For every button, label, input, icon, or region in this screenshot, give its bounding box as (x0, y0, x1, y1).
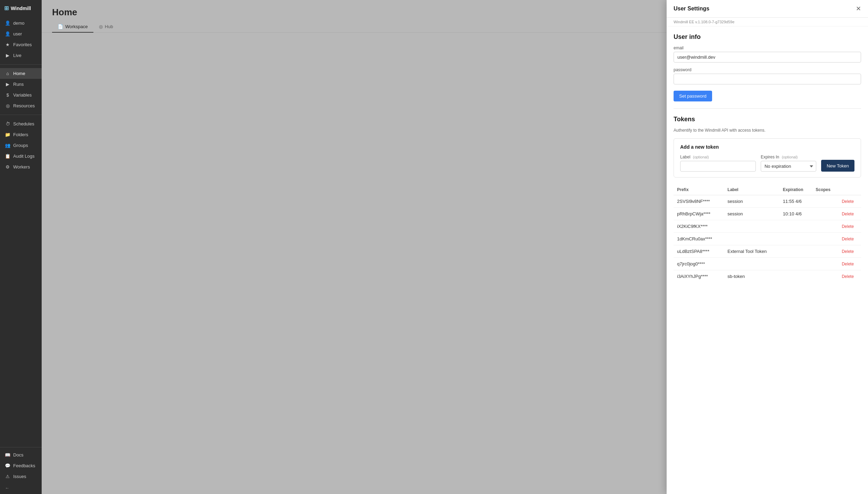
token-label (724, 220, 779, 233)
tokens-table: Prefix Label Expiration Scopes 2SVSl9v8N… (674, 184, 861, 282)
sidebar-user-section: 👤 demo 👤 user ★ Favorites ▶ Live (0, 16, 42, 62)
token-delete-button[interactable]: Delete (842, 237, 854, 241)
token-delete-cell: Delete (838, 258, 861, 270)
token-label-optional: (optional) (693, 155, 709, 159)
sidebar-nav-section: ⌂ Home ▶ Runs $ Variables ◎ Resources (0, 67, 42, 113)
token-prefix: uLdBztSPA8**** (674, 245, 724, 258)
token-label-label: Label (optional) (680, 155, 756, 159)
sidebar-item-resources[interactable]: ◎ Resources (0, 100, 42, 111)
sidebar-item-label: Workers (13, 164, 30, 170)
tab-workspace[interactable]: 📄 Workspace (52, 21, 93, 33)
panel-close-button[interactable]: ✕ (856, 5, 861, 13)
sidebar-item-feedbacks[interactable]: 💬 Feedbacks (0, 460, 42, 471)
token-delete-button[interactable]: Delete (842, 249, 854, 254)
sidebar-item-schedules[interactable]: ⏱ Schedules (0, 118, 42, 129)
table-row: iX2KiC9fKX**** Delete (674, 220, 861, 233)
token-expires-field: Expires In (optional) No expiration 1 ho… (761, 155, 816, 172)
token-delete-cell: Delete (838, 195, 861, 208)
token-label-input[interactable] (680, 161, 756, 172)
section-divider (674, 108, 861, 109)
sidebar-item-workers[interactable]: ⚙ Workers (0, 162, 42, 172)
token-scopes (812, 220, 838, 233)
new-token-button[interactable]: New Token (821, 160, 854, 172)
sidebar-item-runs[interactable]: ▶ Runs (0, 79, 42, 90)
email-field-group: email (674, 46, 861, 63)
workspace-tab-icon: 📄 (58, 24, 63, 29)
sidebar-item-audit-logs[interactable]: 📋 Audit Logs (0, 151, 42, 162)
user-icon: 👤 (5, 31, 10, 36)
password-label: password (674, 67, 861, 72)
sidebar-item-variables[interactable]: $ Variables (0, 90, 42, 100)
sidebar-item-label: Feedbacks (13, 463, 35, 468)
star-icon: ★ (5, 42, 10, 47)
sidebar-item-groups[interactable]: 👥 Groups (0, 140, 42, 151)
sidebar-item-label: Groups (13, 143, 28, 148)
token-prefix: pRhBrpCWja**** (674, 208, 724, 220)
variables-icon: $ (5, 92, 10, 98)
token-delete-button[interactable]: Delete (842, 274, 854, 279)
home-icon: ⌂ (5, 71, 10, 76)
sidebar-item-folders[interactable]: 📁 Folders (0, 129, 42, 140)
table-row: q7jrc0jog0**** Delete (674, 258, 861, 270)
sidebar-item-label: Variables (13, 92, 32, 98)
panel-body: User info email password Set password To… (667, 26, 868, 289)
token-label (724, 258, 779, 270)
sidebar-item-home[interactable]: ⌂ Home (0, 68, 42, 79)
password-input[interactable] (674, 74, 861, 84)
folders-icon: 📁 (5, 132, 10, 137)
schedules-icon: ⏱ (5, 121, 10, 126)
add-token-row: Label (optional) Expires In (optional) N… (680, 155, 854, 172)
sidebar-divider-3 (0, 447, 42, 447)
token-delete-button[interactable]: Delete (842, 224, 854, 229)
token-label-field: Label (optional) (680, 155, 756, 172)
sidebar-item-docs[interactable]: 📖 Docs (0, 450, 42, 460)
table-row: pRhBrpCWja**** session 10:10 4/6 Delete (674, 208, 861, 220)
sidebar-item-issues[interactable]: ⚠ Issues (0, 471, 42, 482)
tokens-title: Tokens (674, 116, 861, 123)
groups-icon: 👥 (5, 143, 10, 148)
sidebar-back-button[interactable]: ← (0, 482, 42, 494)
sidebar-item-label: Docs (13, 452, 24, 458)
back-icon: ← (5, 485, 9, 491)
expires-select[interactable]: No expiration 1 hour 1 day 1 week 1 mont… (761, 161, 816, 172)
token-prefix: 2SVSl9v8NF**** (674, 195, 724, 208)
sidebar-item-user[interactable]: 👤 user (0, 28, 42, 39)
panel-title: User Settings (674, 6, 709, 12)
token-scopes (812, 233, 838, 245)
user-info-title: User info (674, 33, 861, 41)
tab-hub[interactable]: ◎ Hub (93, 21, 119, 33)
add-token-box: Add a new token Label (optional) Expires… (674, 138, 861, 178)
app-logo: ⊞ Windmill (0, 0, 42, 16)
col-label: Label (724, 184, 779, 195)
panel-header: User Settings ✕ (667, 0, 868, 18)
token-delete-button[interactable]: Delete (842, 212, 854, 216)
token-delete-cell: Delete (838, 270, 861, 283)
token-delete-button[interactable]: Delete (842, 262, 854, 266)
token-delete-button[interactable]: Delete (842, 199, 854, 204)
token-expiration (779, 233, 812, 245)
token-label: External Tool Token (724, 245, 779, 258)
email-input[interactable] (674, 52, 861, 63)
set-password-button[interactable]: Set password (674, 91, 712, 101)
live-icon: ▶ (5, 53, 10, 58)
add-token-title: Add a new token (680, 144, 854, 150)
expires-label: Expires In (optional) (761, 155, 816, 159)
table-row: 2SVSl9v8NF**** session 11:55 4/6 Delete (674, 195, 861, 208)
token-delete-cell: Delete (838, 220, 861, 233)
sidebar-item-favorites[interactable]: ★ Favorites (0, 39, 42, 50)
sidebar-item-label: demo (13, 20, 25, 26)
user-settings-panel: User Settings ✕ Windmill EE v.1.108.0-7-… (667, 0, 868, 494)
token-delete-cell: Delete (838, 233, 861, 245)
sidebar-item-demo[interactable]: 👤 demo (0, 18, 42, 28)
table-row: uLdBztSPA8**** External Tool Token Delet… (674, 245, 861, 258)
token-prefix: iX2KiC9fKX**** (674, 220, 724, 233)
sidebar-divider-1 (0, 64, 42, 65)
sidebar-item-label: Folders (13, 132, 28, 137)
hub-tab-icon: ◎ (99, 24, 103, 29)
token-prefix: q7jrc0jog0**** (674, 258, 724, 270)
sidebar-item-label: Home (13, 71, 25, 76)
tab-workspace-label: Workspace (65, 24, 88, 29)
password-field-group: password (674, 67, 861, 84)
token-label: sb-token (724, 270, 779, 283)
sidebar-item-live[interactable]: ▶ Live (0, 50, 42, 61)
